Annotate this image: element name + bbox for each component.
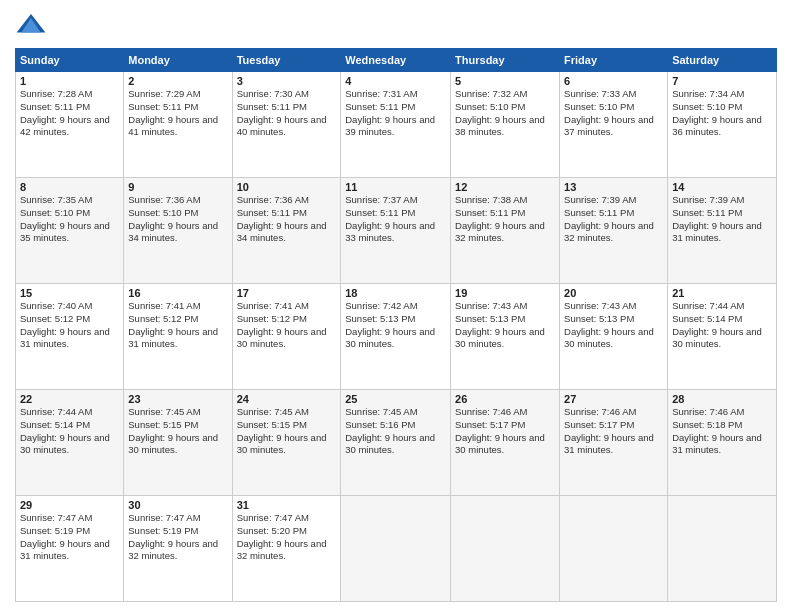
calendar-cell: 11 Sunrise: 7:37 AMSunset: 5:11 PMDaylig… [341, 178, 451, 284]
calendar-cell: 18 Sunrise: 7:42 AMSunset: 5:13 PMDaylig… [341, 284, 451, 390]
day-header-friday: Friday [560, 49, 668, 72]
day-number: 7 [672, 75, 772, 87]
calendar-cell: 4 Sunrise: 7:31 AMSunset: 5:11 PMDayligh… [341, 72, 451, 178]
calendar-cell: 24 Sunrise: 7:45 AMSunset: 5:15 PMDaylig… [232, 390, 341, 496]
calendar-cell: 23 Sunrise: 7:45 AMSunset: 5:15 PMDaylig… [124, 390, 232, 496]
day-detail: Sunrise: 7:41 AMSunset: 5:12 PMDaylight:… [237, 300, 327, 349]
calendar-cell: 29 Sunrise: 7:47 AMSunset: 5:19 PMDaylig… [16, 496, 124, 602]
day-number: 23 [128, 393, 227, 405]
day-detail: Sunrise: 7:46 AMSunset: 5:18 PMDaylight:… [672, 406, 762, 455]
day-number: 21 [672, 287, 772, 299]
calendar-cell: 10 Sunrise: 7:36 AMSunset: 5:11 PMDaylig… [232, 178, 341, 284]
day-detail: Sunrise: 7:28 AMSunset: 5:11 PMDaylight:… [20, 88, 110, 137]
day-detail: Sunrise: 7:33 AMSunset: 5:10 PMDaylight:… [564, 88, 654, 137]
calendar-cell: 1 Sunrise: 7:28 AMSunset: 5:11 PMDayligh… [16, 72, 124, 178]
day-detail: Sunrise: 7:45 AMSunset: 5:15 PMDaylight:… [128, 406, 218, 455]
day-detail: Sunrise: 7:39 AMSunset: 5:11 PMDaylight:… [672, 194, 762, 243]
calendar-cell: 25 Sunrise: 7:45 AMSunset: 5:16 PMDaylig… [341, 390, 451, 496]
day-detail: Sunrise: 7:41 AMSunset: 5:12 PMDaylight:… [128, 300, 218, 349]
logo-icon [15, 10, 47, 42]
day-number: 28 [672, 393, 772, 405]
day-number: 25 [345, 393, 446, 405]
week-row-0: 1 Sunrise: 7:28 AMSunset: 5:11 PMDayligh… [16, 72, 777, 178]
calendar-cell: 12 Sunrise: 7:38 AMSunset: 5:11 PMDaylig… [451, 178, 560, 284]
day-detail: Sunrise: 7:43 AMSunset: 5:13 PMDaylight:… [455, 300, 545, 349]
calendar-cell: 9 Sunrise: 7:36 AMSunset: 5:10 PMDayligh… [124, 178, 232, 284]
week-row-3: 22 Sunrise: 7:44 AMSunset: 5:14 PMDaylig… [16, 390, 777, 496]
calendar-cell: 5 Sunrise: 7:32 AMSunset: 5:10 PMDayligh… [451, 72, 560, 178]
day-number: 12 [455, 181, 555, 193]
day-detail: Sunrise: 7:43 AMSunset: 5:13 PMDaylight:… [564, 300, 654, 349]
day-detail: Sunrise: 7:47 AMSunset: 5:19 PMDaylight:… [20, 512, 110, 561]
week-row-2: 15 Sunrise: 7:40 AMSunset: 5:12 PMDaylig… [16, 284, 777, 390]
day-number: 1 [20, 75, 119, 87]
day-number: 11 [345, 181, 446, 193]
calendar-cell [668, 496, 777, 602]
day-number: 15 [20, 287, 119, 299]
day-detail: Sunrise: 7:44 AMSunset: 5:14 PMDaylight:… [20, 406, 110, 455]
day-number: 27 [564, 393, 663, 405]
day-number: 5 [455, 75, 555, 87]
day-number: 13 [564, 181, 663, 193]
day-detail: Sunrise: 7:36 AMSunset: 5:11 PMDaylight:… [237, 194, 327, 243]
week-row-4: 29 Sunrise: 7:47 AMSunset: 5:19 PMDaylig… [16, 496, 777, 602]
day-number: 30 [128, 499, 227, 511]
header-row: SundayMondayTuesdayWednesdayThursdayFrid… [16, 49, 777, 72]
calendar-cell: 31 Sunrise: 7:47 AMSunset: 5:20 PMDaylig… [232, 496, 341, 602]
calendar-cell: 13 Sunrise: 7:39 AMSunset: 5:11 PMDaylig… [560, 178, 668, 284]
calendar-cell: 14 Sunrise: 7:39 AMSunset: 5:11 PMDaylig… [668, 178, 777, 284]
day-detail: Sunrise: 7:35 AMSunset: 5:10 PMDaylight:… [20, 194, 110, 243]
day-detail: Sunrise: 7:36 AMSunset: 5:10 PMDaylight:… [128, 194, 218, 243]
calendar-cell: 17 Sunrise: 7:41 AMSunset: 5:12 PMDaylig… [232, 284, 341, 390]
calendar-table: SundayMondayTuesdayWednesdayThursdayFrid… [15, 48, 777, 602]
calendar-cell: 6 Sunrise: 7:33 AMSunset: 5:10 PMDayligh… [560, 72, 668, 178]
calendar-cell: 28 Sunrise: 7:46 AMSunset: 5:18 PMDaylig… [668, 390, 777, 496]
day-number: 6 [564, 75, 663, 87]
week-row-1: 8 Sunrise: 7:35 AMSunset: 5:10 PMDayligh… [16, 178, 777, 284]
day-header-monday: Monday [124, 49, 232, 72]
day-header-wednesday: Wednesday [341, 49, 451, 72]
day-number: 17 [237, 287, 337, 299]
calendar-cell: 26 Sunrise: 7:46 AMSunset: 5:17 PMDaylig… [451, 390, 560, 496]
day-number: 4 [345, 75, 446, 87]
day-detail: Sunrise: 7:42 AMSunset: 5:13 PMDaylight:… [345, 300, 435, 349]
calendar-cell: 21 Sunrise: 7:44 AMSunset: 5:14 PMDaylig… [668, 284, 777, 390]
day-number: 2 [128, 75, 227, 87]
day-detail: Sunrise: 7:45 AMSunset: 5:15 PMDaylight:… [237, 406, 327, 455]
day-detail: Sunrise: 7:38 AMSunset: 5:11 PMDaylight:… [455, 194, 545, 243]
day-detail: Sunrise: 7:30 AMSunset: 5:11 PMDaylight:… [237, 88, 327, 137]
day-detail: Sunrise: 7:46 AMSunset: 5:17 PMDaylight:… [564, 406, 654, 455]
day-header-thursday: Thursday [451, 49, 560, 72]
day-number: 16 [128, 287, 227, 299]
day-number: 29 [20, 499, 119, 511]
calendar-cell [560, 496, 668, 602]
calendar-cell: 3 Sunrise: 7:30 AMSunset: 5:11 PMDayligh… [232, 72, 341, 178]
calendar-cell: 30 Sunrise: 7:47 AMSunset: 5:19 PMDaylig… [124, 496, 232, 602]
logo [15, 10, 51, 42]
day-header-tuesday: Tuesday [232, 49, 341, 72]
day-number: 24 [237, 393, 337, 405]
day-detail: Sunrise: 7:44 AMSunset: 5:14 PMDaylight:… [672, 300, 762, 349]
day-detail: Sunrise: 7:31 AMSunset: 5:11 PMDaylight:… [345, 88, 435, 137]
header [15, 10, 777, 42]
calendar-cell: 16 Sunrise: 7:41 AMSunset: 5:12 PMDaylig… [124, 284, 232, 390]
calendar-cell: 19 Sunrise: 7:43 AMSunset: 5:13 PMDaylig… [451, 284, 560, 390]
day-detail: Sunrise: 7:46 AMSunset: 5:17 PMDaylight:… [455, 406, 545, 455]
day-header-saturday: Saturday [668, 49, 777, 72]
day-detail: Sunrise: 7:45 AMSunset: 5:16 PMDaylight:… [345, 406, 435, 455]
day-number: 26 [455, 393, 555, 405]
calendar-cell [341, 496, 451, 602]
day-detail: Sunrise: 7:47 AMSunset: 5:19 PMDaylight:… [128, 512, 218, 561]
calendar-cell: 27 Sunrise: 7:46 AMSunset: 5:17 PMDaylig… [560, 390, 668, 496]
calendar-cell: 22 Sunrise: 7:44 AMSunset: 5:14 PMDaylig… [16, 390, 124, 496]
day-detail: Sunrise: 7:34 AMSunset: 5:10 PMDaylight:… [672, 88, 762, 137]
calendar-cell: 2 Sunrise: 7:29 AMSunset: 5:11 PMDayligh… [124, 72, 232, 178]
calendar-cell: 8 Sunrise: 7:35 AMSunset: 5:10 PMDayligh… [16, 178, 124, 284]
day-detail: Sunrise: 7:32 AMSunset: 5:10 PMDaylight:… [455, 88, 545, 137]
day-number: 19 [455, 287, 555, 299]
day-number: 18 [345, 287, 446, 299]
day-number: 3 [237, 75, 337, 87]
day-number: 8 [20, 181, 119, 193]
calendar-cell: 20 Sunrise: 7:43 AMSunset: 5:13 PMDaylig… [560, 284, 668, 390]
day-detail: Sunrise: 7:29 AMSunset: 5:11 PMDaylight:… [128, 88, 218, 137]
